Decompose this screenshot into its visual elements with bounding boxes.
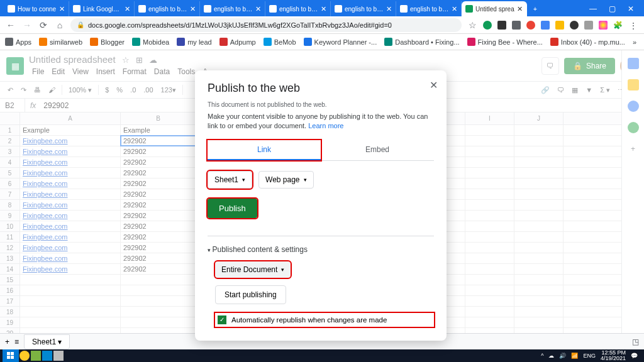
browser-tab[interactable]: How to conne✕: [4, 1, 69, 16]
url-input[interactable]: 🔒 docs.google.com/spreadsheets/d/1MzLWoU…: [70, 18, 462, 32]
ext-icon[interactable]: [570, 21, 579, 30]
cell[interactable]: [514, 178, 564, 189]
cell[interactable]: [514, 125, 564, 135]
cell[interactable]: 292902: [121, 189, 196, 199]
cell[interactable]: [465, 253, 514, 263]
publish-button[interactable]: Publish: [208, 199, 257, 218]
cell[interactable]: [465, 296, 514, 306]
zoom-dropdown[interactable]: 100% ▾: [66, 85, 94, 96]
row-header[interactable]: 2: [0, 136, 19, 146]
cell[interactable]: [465, 232, 514, 242]
close-tab-icon[interactable]: ✕: [321, 5, 326, 13]
format-select-dropdown[interactable]: Web page▾: [258, 171, 314, 189]
row-header[interactable]: 12: [0, 243, 19, 253]
menu-format[interactable]: Format: [119, 66, 150, 77]
add-icon[interactable]: +: [628, 143, 639, 155]
maximize-icon[interactable]: ▢: [602, 1, 621, 16]
ext-icon[interactable]: [599, 21, 608, 30]
cell[interactable]: Example: [121, 125, 196, 135]
cell[interactable]: Fixingbee.com: [20, 221, 121, 231]
cell[interactable]: 292902: [121, 157, 196, 167]
ext-icon[interactable]: [483, 21, 492, 30]
document-title[interactable]: Untitled spreadsheet ☆ ⊞ ☁: [29, 54, 536, 65]
notifications-icon[interactable]: 💬: [631, 353, 638, 359]
functions-icon[interactable]: Σ ▾: [597, 85, 613, 96]
cell[interactable]: [465, 178, 514, 189]
row-header[interactable]: 10: [0, 221, 19, 232]
browser-tab[interactable]: english to ban✕: [200, 1, 265, 16]
menu-edit[interactable]: Edit: [48, 66, 68, 77]
cell[interactable]: [514, 232, 564, 242]
cell[interactable]: [465, 146, 514, 156]
cell[interactable]: [121, 317, 196, 327]
cell[interactable]: [20, 307, 121, 317]
bookmarks-overflow-icon[interactable]: »: [633, 38, 636, 46]
column-header[interactable]: J: [514, 112, 564, 124]
cell[interactable]: [514, 146, 564, 156]
cell[interactable]: [20, 296, 121, 306]
cell[interactable]: [121, 285, 196, 295]
browser-tab[interactable]: english to ban✕: [331, 1, 396, 16]
cell[interactable]: [514, 307, 564, 317]
cell[interactable]: [20, 285, 121, 295]
row-header[interactable]: 8: [0, 200, 19, 211]
close-icon[interactable]: ✕: [621, 1, 640, 16]
cell[interactable]: [514, 317, 564, 327]
row-header[interactable]: 13: [0, 253, 19, 264]
menu-insert[interactable]: Insert: [93, 66, 118, 77]
cell[interactable]: [121, 296, 196, 306]
bookmark-item[interactable]: Fixing Bee - Where...: [467, 38, 543, 46]
explore-button[interactable]: ◳: [632, 337, 639, 346]
explorer-icon[interactable]: [42, 351, 52, 361]
cell[interactable]: [465, 285, 514, 295]
star-icon[interactable]: ☆: [122, 55, 130, 65]
bookmark-item[interactable]: BeMob: [264, 38, 296, 46]
bookmark-item[interactable]: Mobidea: [132, 38, 169, 46]
row-header[interactable]: 16: [0, 285, 19, 296]
cell[interactable]: 292902: [121, 221, 196, 231]
bookmark-item[interactable]: Dashboard • Fixing...: [384, 38, 459, 46]
chart-icon[interactable]: ▦: [569, 85, 580, 96]
cell[interactable]: 292902: [121, 211, 196, 221]
bookmark-item[interactable]: Blogger: [90, 38, 125, 46]
name-box[interactable]: B2: [0, 99, 25, 112]
decrease-decimal-button[interactable]: .0: [128, 85, 138, 95]
network-icon[interactable]: 🔊: [559, 353, 566, 359]
camtasia-icon[interactable]: [31, 351, 41, 361]
tray-chevron-icon[interactable]: ^: [541, 353, 543, 359]
undo-icon[interactable]: ↶: [5, 85, 16, 96]
close-icon[interactable]: ✕: [430, 79, 438, 91]
minimize-icon[interactable]: —: [584, 1, 602, 16]
row-header[interactable]: 9: [0, 211, 19, 221]
close-tab-icon[interactable]: ✕: [452, 5, 457, 13]
cell[interactable]: [514, 157, 564, 167]
browser-tab[interactable]: english to ban✕: [265, 1, 331, 16]
currency-button[interactable]: $: [103, 85, 111, 95]
close-tab-icon[interactable]: ✕: [125, 5, 130, 13]
cell[interactable]: 292902: [121, 253, 196, 263]
chrome-icon[interactable]: [19, 351, 30, 361]
cell[interactable]: 292902: [121, 168, 196, 178]
auto-republish-checkbox[interactable]: ✓: [218, 315, 226, 324]
row-header[interactable]: 7: [0, 189, 19, 200]
published-settings-toggle[interactable]: Published content & settings: [208, 245, 434, 254]
bookmark-item[interactable]: similarweb: [39, 38, 82, 46]
bookmark-item[interactable]: Adpump: [219, 38, 256, 46]
close-tab-icon[interactable]: ✕: [386, 5, 392, 13]
cell[interactable]: [514, 189, 564, 199]
add-sheet-icon[interactable]: +: [5, 337, 9, 346]
column-header[interactable]: B: [121, 112, 196, 124]
cell[interactable]: [465, 136, 514, 146]
row-header[interactable]: 17: [0, 296, 19, 307]
cell[interactable]: Fixingbee.com: [20, 200, 121, 210]
cell[interactable]: [465, 243, 514, 253]
ext-icon[interactable]: [541, 21, 550, 30]
row-header[interactable]: 5: [0, 168, 19, 178]
cell[interactable]: [514, 275, 564, 285]
menu-view[interactable]: View: [69, 66, 92, 77]
sheet-tab[interactable]: Sheet1 ▾: [24, 334, 70, 349]
close-tab-icon[interactable]: ✕: [517, 5, 523, 13]
share-button[interactable]: 🔒 Share: [564, 58, 615, 74]
cell[interactable]: [121, 307, 196, 317]
row-header[interactable]: 1: [0, 125, 19, 136]
